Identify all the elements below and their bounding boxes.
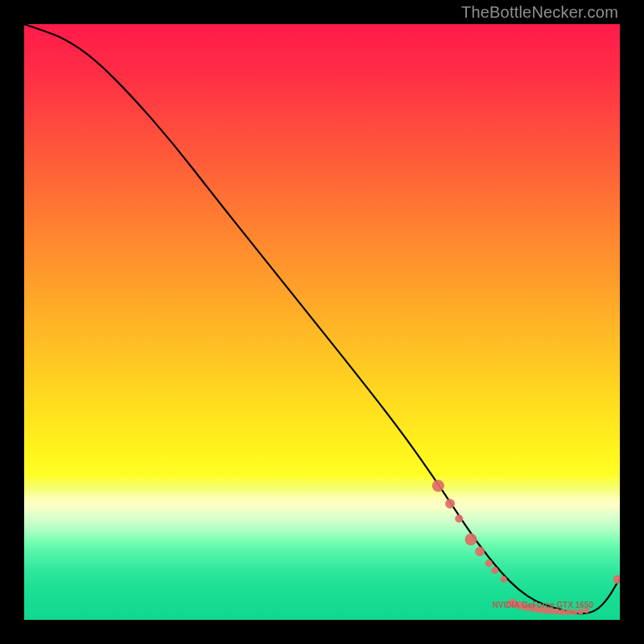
- data-marker: [584, 608, 589, 613]
- bottleneck-curve-path: [24, 24, 620, 613]
- data-marker: [432, 480, 444, 492]
- data-marker: [475, 547, 485, 556]
- bottleneck-curve: [24, 24, 620, 613]
- data-marker: [491, 567, 498, 574]
- data-marker: [516, 601, 524, 609]
- data-marker: [445, 499, 455, 509]
- data-marker: [559, 609, 566, 615]
- data-marker: [613, 575, 620, 584]
- data-marker: [547, 608, 554, 614]
- data-marker: [522, 604, 530, 612]
- data-marker: [541, 607, 548, 614]
- data-marker: [529, 605, 536, 612]
- data-marker: [566, 609, 572, 616]
- data-marker: [455, 514, 463, 522]
- data-marker: [485, 559, 493, 567]
- curve-layer: [24, 24, 620, 620]
- data-marker: [508, 599, 517, 608]
- watermark-text: TheBottleNecker.com: [461, 3, 618, 22]
- data-marker: [535, 606, 543, 613]
- data-marker: [578, 609, 584, 614]
- chart-stage: NVIDIA GeForce GTX 1650 TheBottleNecker.…: [0, 0, 644, 644]
- data-marker: [554, 609, 560, 615]
- data-marker: [465, 534, 477, 546]
- data-marker: [572, 609, 577, 615]
- data-marker: [501, 576, 507, 583]
